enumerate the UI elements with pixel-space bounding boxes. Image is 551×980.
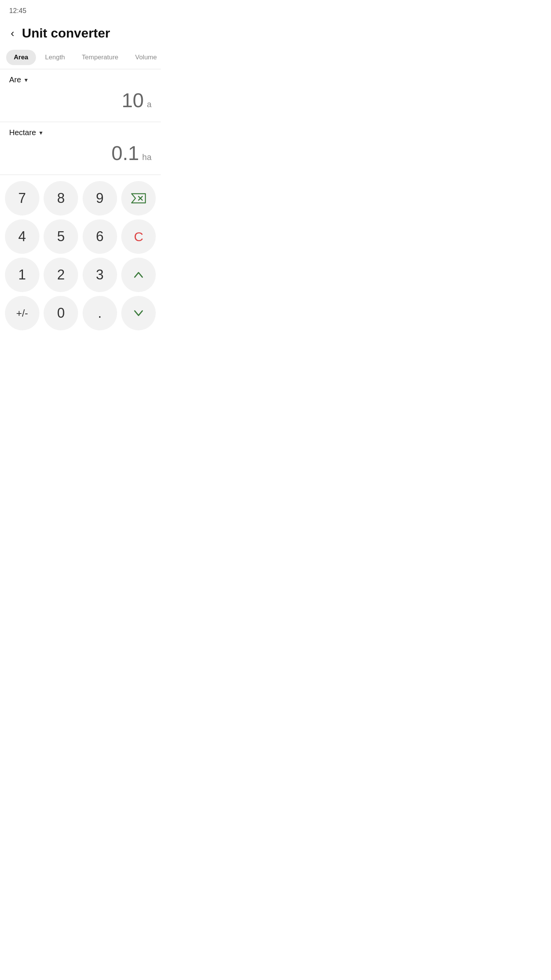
tabs-bar: Area Length Temperature Volume Ma... (0, 47, 161, 65)
key-4[interactable]: 4 (5, 219, 39, 254)
to-value-display: 0.1 ha (9, 137, 152, 171)
key-plusminus[interactable]: +/- (5, 296, 39, 330)
keypad-row-3: 1 2 3 (5, 258, 156, 292)
from-unit-chevron-icon: ▼ (23, 77, 29, 83)
to-value-number: 0.1 (111, 142, 139, 165)
keypad: 7 8 9 4 5 6 C 1 2 3 +/- 0 . (0, 175, 161, 330)
from-unit-section: Are ▼ 10 a (0, 69, 161, 118)
from-value-number: 10 (122, 89, 144, 112)
header: ‹ Unit converter (0, 18, 161, 47)
status-bar-time: 12:45 (0, 0, 161, 18)
key-6[interactable]: 6 (83, 219, 117, 254)
key-down[interactable] (121, 296, 156, 330)
key-7[interactable]: 7 (5, 181, 39, 216)
from-unit-selector[interactable]: Are ▼ (9, 75, 29, 84)
key-decimal[interactable]: . (83, 296, 117, 330)
key-2[interactable]: 2 (44, 258, 78, 292)
up-arrow-icon (132, 269, 145, 281)
tab-volume[interactable]: Volume (127, 50, 161, 65)
from-unit-name: Are (9, 75, 21, 84)
key-1[interactable]: 1 (5, 258, 39, 292)
from-value-unit: a (147, 100, 152, 109)
to-unit-chevron-icon: ▼ (38, 130, 44, 136)
key-backspace[interactable] (121, 181, 156, 216)
down-arrow-icon (132, 307, 145, 319)
svg-marker-0 (132, 194, 145, 203)
backspace-icon (131, 193, 146, 204)
tab-length[interactable]: Length (37, 50, 73, 65)
back-button[interactable]: ‹ (9, 26, 16, 40)
key-3[interactable]: 3 (83, 258, 117, 292)
tab-area[interactable]: Area (6, 50, 36, 65)
to-value-unit: ha (142, 152, 152, 162)
key-5[interactable]: 5 (44, 219, 78, 254)
keypad-row-4: +/- 0 . (5, 296, 156, 330)
key-clear[interactable]: C (121, 219, 156, 254)
keypad-row-2: 4 5 6 C (5, 219, 156, 254)
keypad-row-1: 7 8 9 (5, 181, 156, 216)
key-9[interactable]: 9 (83, 181, 117, 216)
from-value-display: 10 a (9, 84, 152, 118)
to-unit-name: Hectare (9, 128, 36, 137)
key-up[interactable] (121, 258, 156, 292)
tab-temperature[interactable]: Temperature (74, 50, 126, 65)
page-title: Unit converter (22, 26, 110, 41)
to-unit-section: Hectare ▼ 0.1 ha (0, 122, 161, 171)
key-0[interactable]: 0 (44, 296, 78, 330)
to-unit-selector[interactable]: Hectare ▼ (9, 128, 44, 137)
key-8[interactable]: 8 (44, 181, 78, 216)
